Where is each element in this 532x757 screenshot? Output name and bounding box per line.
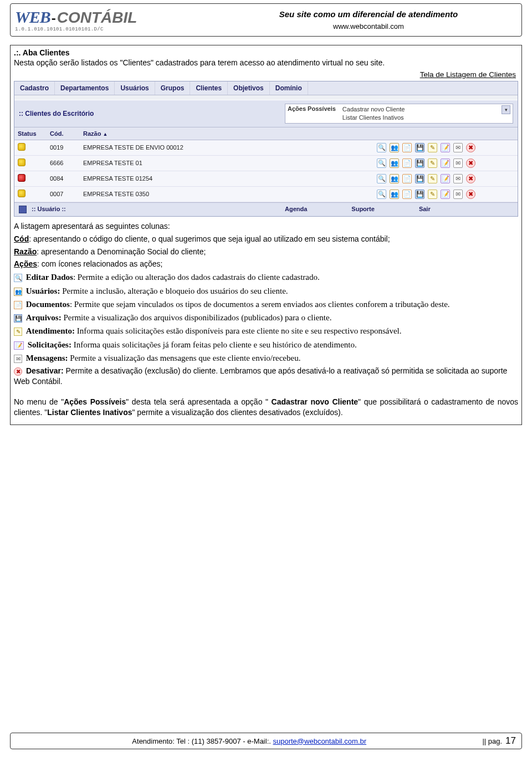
requests-icon[interactable]: 📝: [441, 174, 450, 183]
requests-icon: 📝: [14, 341, 24, 350]
cell-cod: 6666: [47, 157, 80, 169]
delete-icon[interactable]: ✖: [466, 158, 475, 168]
table-header: Status Cód. Razão ▲: [14, 127, 518, 140]
body-usuarios: 👥 Usuários: Permite a inclusão, alteraçã…: [14, 285, 518, 296]
footer-mail[interactable]: suporte@webcontabil.com.br: [273, 737, 366, 745]
body-acoes: Ações: com ícones relacionados as ações;: [14, 259, 518, 269]
cell-cod: 0084: [47, 172, 80, 185]
panel-title: :: Clientes do Escritório: [19, 110, 285, 117]
logo-dash: -: [52, 11, 56, 26]
statusbar: :: Usuário :: Agenda Suporte Sair: [14, 202, 518, 216]
logo-area: WEB - CONTÁBIL 1.0.1.010.10101.01010101.…: [11, 4, 216, 36]
delete-icon[interactable]: ✖: [466, 174, 475, 183]
users-icon[interactable]: 👥: [390, 190, 399, 199]
body-atendimento: ✎ Atendimento: Informa quais solicitaçõe…: [14, 325, 518, 336]
save-icon[interactable]: 💾: [415, 190, 424, 199]
save-icon[interactable]: 💾: [415, 174, 424, 183]
attendance-icon[interactable]: ✎: [428, 143, 437, 152]
menu-dominio[interactable]: Domínio: [270, 81, 308, 95]
body-text: A listagem apresentará as seguintes colu…: [14, 221, 518, 418]
cell-cod: 0007: [47, 188, 80, 200]
documents-icon[interactable]: 📄: [402, 143, 412, 152]
cell-razao: EMPRESA TESTE 01254: [80, 172, 374, 185]
documents-icon[interactable]: 📄: [402, 190, 412, 199]
message-icon: ✉: [14, 355, 22, 363]
panel-header: :: Clientes do Escritório Ações Possívei…: [14, 100, 518, 127]
body-desativar: ✖ Desativar: Permite a desativação (excl…: [14, 366, 518, 387]
menu-clientes[interactable]: Clientes: [190, 81, 228, 95]
footer-page-label: || pag.: [482, 737, 502, 745]
site-url: www.webcontabil.com: [333, 22, 404, 30]
status-icon: [18, 174, 25, 182]
documents-icon[interactable]: 📄: [402, 158, 412, 168]
col-razao[interactable]: Razão ▲: [80, 127, 374, 140]
status-icon: [18, 190, 25, 197]
edit-icon[interactable]: 🔍: [377, 190, 386, 199]
screenshot-caption: Tela de Listagem de Clientes: [14, 70, 516, 79]
save-icon: 💾: [14, 314, 22, 323]
menu-objetivos[interactable]: Objetivos: [228, 81, 270, 95]
edit-icon[interactable]: 🔍: [377, 174, 386, 183]
action-cadastrar-novo[interactable]: Cadastrar novo Cliente: [342, 105, 405, 114]
delete-icon[interactable]: ✖: [466, 190, 475, 199]
col-cod[interactable]: Cód.: [47, 127, 80, 140]
footer-page-number: 17: [505, 735, 516, 746]
cell-razao: EMPRESA TESTE DE ENVIO 00012: [80, 141, 374, 154]
attendance-icon: ✎: [14, 328, 22, 336]
documents-icon: 📄: [14, 301, 22, 309]
delete-icon: ✖: [14, 367, 22, 376]
attendance-icon[interactable]: ✎: [428, 158, 437, 168]
section-title: .:. Aba Clientes: [14, 48, 518, 57]
delete-icon[interactable]: ✖: [466, 143, 475, 152]
save-icon[interactable]: 💾: [415, 143, 424, 152]
save-icon[interactable]: 💾: [415, 158, 424, 168]
edit-icon[interactable]: 🔍: [377, 158, 386, 168]
menubar: Cadastro Departamentos Usuários Grupos C…: [14, 81, 518, 95]
app-screenshot: Cadastro Departamentos Usuários Grupos C…: [14, 81, 518, 217]
status-icon: [18, 143, 25, 151]
body-arquivos: 💾 Arquivos: Permite a visualização dos a…: [14, 312, 518, 323]
logo-contabil: CONTÁBIL: [57, 9, 137, 27]
cell-razao: EMPRESA TESTE 01: [80, 157, 374, 169]
sb-agenda[interactable]: Agenda: [285, 206, 307, 213]
menu-grupos[interactable]: Grupos: [155, 81, 191, 95]
table-row: 0019EMPRESA TESTE DE ENVIO 00012🔍👥📄💾✎📝✉✖: [14, 140, 518, 156]
col-status[interactable]: Status: [14, 127, 47, 140]
user-icon: [19, 206, 27, 213]
requests-icon[interactable]: 📝: [441, 190, 450, 199]
page-footer: Atendimento: Tel : (11) 3857-9007 - e-Ma…: [10, 733, 522, 749]
message-icon[interactable]: ✉: [453, 143, 463, 152]
status-icon: [18, 158, 25, 166]
menu-departamentos[interactable]: Departamentos: [55, 81, 115, 95]
body-editar: 🔍 Editar Dados: Permite a edição ou alte…: [14, 272, 518, 283]
sb-suporte[interactable]: Suporte: [351, 206, 375, 213]
sb-sair[interactable]: Sair: [419, 206, 431, 213]
message-icon[interactable]: ✉: [453, 190, 463, 199]
users-icon[interactable]: 👥: [390, 158, 399, 168]
table-row: 0084EMPRESA TESTE 01254🔍👥📄💾✎📝✉✖: [14, 171, 518, 187]
documents-icon[interactable]: 📄: [402, 174, 412, 183]
edit-icon[interactable]: 🔍: [377, 143, 386, 152]
body-final: No menu de "Ações Possíveis" desta tela …: [14, 397, 518, 418]
search-icon: 🔍: [14, 274, 22, 282]
body-mensagens: ✉ Mensagens: Permite a visualização das …: [14, 352, 518, 364]
body-line1: A listagem apresentará as seguintes colu…: [14, 221, 518, 232]
actions-dropdown[interactable]: Ações Possíveis Cadastrar novo Cliente L…: [285, 104, 513, 124]
attendance-icon[interactable]: ✎: [428, 190, 437, 199]
users-icon[interactable]: 👥: [390, 143, 399, 152]
requests-icon[interactable]: 📝: [441, 158, 450, 168]
menu-cadastro[interactable]: Cadastro: [14, 81, 55, 95]
action-listar-inativos[interactable]: Listar Clientes Inativos: [342, 114, 405, 122]
chevron-down-icon[interactable]: ▾: [502, 105, 510, 114]
menu-usuarios[interactable]: Usuários: [115, 81, 155, 95]
body-solicitacoes: 📝 Solicitações: Informa quais solicitaçõ…: [14, 339, 518, 350]
logo-web: WEB: [15, 8, 50, 27]
cell-cod: 0019: [47, 141, 80, 154]
message-icon[interactable]: ✉: [453, 174, 463, 183]
tagline-area: Seu site como um diferencial de atendime…: [216, 4, 521, 36]
requests-icon[interactable]: 📝: [441, 143, 450, 152]
message-icon[interactable]: ✉: [453, 158, 463, 168]
users-icon[interactable]: 👥: [390, 174, 399, 183]
footer-prefix: Atendimento: Tel : (11) 3857-9007 - e-Ma…: [132, 737, 273, 745]
attendance-icon[interactable]: ✎: [428, 174, 437, 183]
